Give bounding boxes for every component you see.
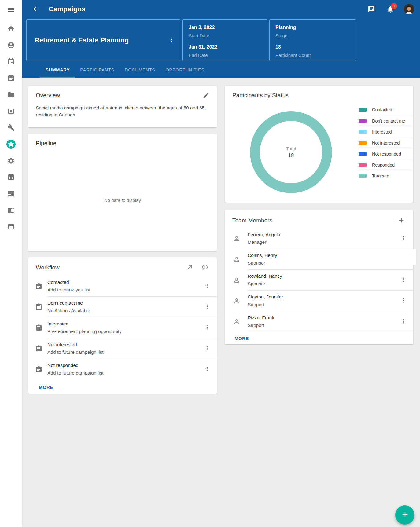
workflow-title: Workflow	[36, 264, 185, 271]
sidebar	[0, 0, 22, 527]
workflow-item-menu-button[interactable]	[201, 302, 212, 313]
donut-chart: Total 18	[250, 111, 332, 193]
kebab-menu-icon	[400, 318, 407, 325]
workflow-more-button[interactable]: MORE	[39, 383, 53, 391]
sidebar-item-dashboard[interactable]	[3, 186, 19, 202]
legend-item-dont-contact: Don't contact me	[359, 115, 412, 126]
sidebar-item-settings[interactable]	[3, 153, 19, 169]
tab-documents[interactable]: DOCUMENTS	[120, 63, 160, 78]
workflow-item-subtitle: Add to future campaign list	[47, 370, 201, 376]
kebab-menu-icon	[168, 36, 175, 44]
sidebar-item-tools[interactable]	[3, 120, 19, 136]
start-date-group: Jan 3, 2022 Start Date	[189, 25, 267, 38]
member-menu-button[interactable]	[398, 316, 409, 327]
sidebar-item-home[interactable]	[3, 21, 19, 37]
workflow-item-dont-contact: Don't contact me No Actions Available	[28, 297, 217, 317]
workflow-sync-button[interactable]	[200, 264, 209, 272]
workflow-item-menu-button[interactable]	[201, 322, 212, 333]
sidebar-item-reports[interactable]	[3, 169, 19, 186]
person-outline-icon	[233, 297, 248, 305]
campaign-header: Campaigns 1	[22, 0, 420, 78]
main-area: Campaigns 1	[22, 0, 420, 527]
bar-chart-icon	[7, 174, 15, 182]
legend-item-not-interested: Not interested	[359, 137, 412, 148]
edit-overview-button[interactable]	[201, 91, 211, 100]
add-team-member-button[interactable]	[397, 217, 406, 225]
member-menu-button[interactable]	[398, 275, 409, 286]
bell-icon	[386, 9, 394, 14]
participant-count-value: 18	[275, 44, 356, 50]
team-members-card: Team Members Ferrero, Angela Manager	[225, 210, 413, 344]
chart-legend: Contacted Don't contact me Interested No…	[359, 104, 412, 181]
star-circle-icon	[6, 139, 17, 151]
home-icon	[7, 25, 15, 33]
workflow-item-not-responded: Not responded Add to future campaign lis…	[28, 359, 217, 379]
kebab-menu-icon	[400, 297, 407, 305]
user-avatar[interactable]	[404, 4, 414, 14]
team-member-row: Ferrero, Angela Manager	[225, 228, 413, 249]
workflow-item-menu-button[interactable]	[201, 364, 212, 375]
avatar-image	[404, 11, 414, 14]
sidebar-item-documents[interactable]	[3, 87, 19, 103]
kebab-menu-icon	[204, 324, 210, 331]
tab-bar: SUMMARY PARTICIPANTS DOCUMENTS OPPORTUNI…	[40, 63, 210, 78]
arrow-back-icon	[32, 9, 40, 14]
kebab-menu-icon	[204, 303, 210, 311]
clipboard-icon	[7, 75, 15, 83]
sidebar-item-tasks[interactable]	[3, 70, 19, 87]
kebab-menu-icon	[400, 276, 407, 284]
tab-opportunities[interactable]: OPPORTUNITIES	[160, 63, 210, 78]
workflow-item-subtitle: Pre-retirement planning opportunity	[47, 329, 201, 334]
folder-icon	[7, 91, 15, 99]
sidebar-item-panels[interactable]	[3, 219, 19, 235]
sidebar-item-knowledge-base[interactable]	[3, 202, 19, 219]
add-fab-button[interactable]	[395, 505, 414, 525]
clipboard-filled-icon	[35, 324, 47, 331]
open-book-icon	[7, 207, 15, 215]
workflow-item-not-interested: Not interested Add to future campaign li…	[28, 338, 217, 359]
workflow-item-title: Contacted	[47, 280, 201, 285]
tab-summary[interactable]: SUMMARY	[40, 63, 75, 78]
sidebar-item-campaigns-active[interactable]	[3, 136, 19, 153]
legend-swatch	[359, 152, 367, 156]
participant-count-group: 18 Participant Count	[275, 44, 356, 58]
legend-item-targeted: Targeted	[359, 170, 412, 181]
sidebar-item-calendar[interactable]	[3, 54, 19, 70]
member-menu-button[interactable]	[398, 233, 409, 244]
legend-swatch	[359, 174, 367, 178]
member-role: Support	[248, 302, 398, 307]
member-name: Rowland, Nancy	[248, 273, 398, 279]
sidebar-item-billing[interactable]	[3, 103, 19, 120]
menu-button[interactable]	[3, 2, 19, 18]
overview-description: Social media campaign aimed at potential…	[36, 104, 209, 119]
workflow-item-menu-button[interactable]	[201, 343, 212, 354]
back-button[interactable]	[32, 5, 40, 13]
dollar-bill-icon	[7, 108, 15, 116]
wrench-icon	[7, 124, 15, 132]
chat-button[interactable]	[368, 5, 375, 13]
sidebar-item-contacts[interactable]	[3, 37, 19, 54]
notifications-wrapper: 1	[386, 5, 394, 13]
workflow-item-title: Don't contact me	[47, 300, 201, 306]
workflow-open-button[interactable]	[185, 264, 194, 272]
clipboard-filled-icon	[35, 283, 47, 290]
legend-swatch	[359, 130, 367, 134]
campaign-menu-button[interactable]	[166, 35, 177, 46]
donut-center-label: Total 18	[250, 111, 332, 193]
person-outline-icon	[233, 256, 248, 263]
pencil-icon	[203, 95, 209, 100]
legend-swatch	[359, 108, 367, 112]
stage-label: Stage	[275, 33, 356, 38]
tab-participants[interactable]: PARTICIPANTS	[75, 63, 120, 78]
gear-icon	[7, 157, 15, 165]
kebab-menu-icon	[204, 366, 210, 373]
campaign-name: Retirement & Estate Planning	[35, 36, 166, 44]
member-name: Rizzo, Frank	[248, 315, 398, 320]
person-outline-icon	[233, 276, 248, 284]
workflow-item-interested: Interested Pre-retirement planning oppor…	[28, 317, 217, 338]
team-members-list: Ferrero, Angela Manager Collins, Henry S…	[225, 228, 413, 332]
workflow-item-menu-button[interactable]	[201, 281, 212, 292]
team-more-button[interactable]: MORE	[234, 335, 249, 342]
team-member-row: Rowland, Nancy Sponsor	[225, 270, 413, 290]
member-menu-button[interactable]	[398, 295, 409, 306]
